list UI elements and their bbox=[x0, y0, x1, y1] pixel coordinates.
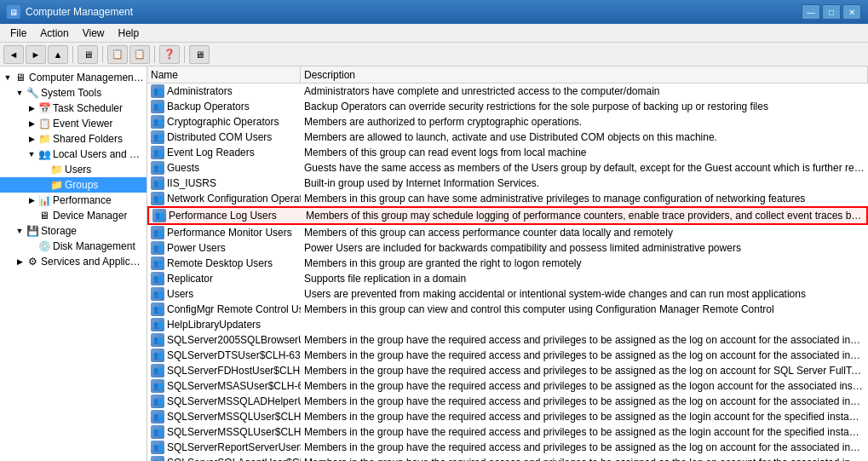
cell-desc-2: Members are authorized to perform crypto… bbox=[301, 115, 868, 129]
toolbar-separator4 bbox=[184, 46, 185, 63]
tree-icon-task-scheduler: 📅 bbox=[37, 101, 51, 115]
table-row[interactable]: 👥Remote Desktop UsersMembers in this gro… bbox=[147, 256, 868, 271]
cell-name-1: 👥Backup Operators bbox=[147, 99, 301, 114]
window-controls[interactable]: — □ ✕ bbox=[802, 4, 861, 20]
tree-expand-services-apps[interactable]: ▶ bbox=[14, 256, 26, 268]
tree-icon-shared-folders: 📁 bbox=[37, 132, 51, 146]
tree-expand-performance[interactable]: ▶ bbox=[26, 194, 37, 206]
tree-item-system-tools[interactable]: ▼🔧System Tools bbox=[0, 85, 147, 101]
group-icon-20: 👥 bbox=[151, 395, 164, 408]
table-row[interactable]: 👥Performance Log UsersMembers of this gr… bbox=[147, 206, 868, 225]
cell-name-5: 👥Guests bbox=[147, 160, 301, 176]
cell-desc-6: Built-in group used by Internet Informat… bbox=[301, 176, 868, 190]
tree-label-groups: Groups bbox=[65, 179, 98, 191]
show-hide-button[interactable]: 🖥 bbox=[78, 45, 98, 64]
tree-label-disk-mgmt: Disk Management bbox=[53, 240, 135, 252]
group-icon-5: 👥 bbox=[151, 161, 164, 175]
tree-icon-system-tools: 🔧 bbox=[26, 86, 39, 100]
minimize-button[interactable]: — bbox=[802, 4, 820, 20]
col-header-description[interactable]: Description bbox=[301, 66, 868, 83]
back-button[interactable]: ◄ bbox=[3, 45, 24, 64]
tree-item-event-viewer[interactable]: ▶📋Event Viewer bbox=[0, 116, 147, 131]
table-row[interactable]: 👥AdministratorsAdministrators have compl… bbox=[147, 84, 868, 99]
tree-item-disk-mgmt[interactable]: 💿Disk Management bbox=[0, 239, 147, 254]
export-button[interactable]: 🖥 bbox=[189, 45, 210, 64]
tree-item-users[interactable]: 📁Users bbox=[0, 162, 147, 177]
app-icon: 🖥 bbox=[7, 5, 20, 19]
tree-label-local-users: Local Users and Groups bbox=[53, 148, 145, 160]
menu-help[interactable]: Help bbox=[112, 26, 147, 41]
table-row[interactable]: 👥Event Log ReadersMembers of this group … bbox=[147, 145, 868, 160]
group-icon-0: 👥 bbox=[151, 84, 164, 98]
table-row[interactable]: 👥SQLServerMSASUser$CLH-6304SM...Members … bbox=[147, 378, 868, 394]
table-row[interactable]: 👥UsersUsers are prevented from making ac… bbox=[147, 286, 868, 302]
tree-expand-event-viewer[interactable]: ▶ bbox=[26, 118, 37, 130]
tree-expand-shared-folders[interactable]: ▶ bbox=[26, 133, 37, 145]
menu-action[interactable]: Action bbox=[33, 26, 75, 41]
cell-desc-4: Members of this group can read event log… bbox=[301, 146, 868, 159]
menu-view[interactable]: View bbox=[76, 26, 112, 41]
tree-item-storage[interactable]: ▼💾Storage bbox=[0, 223, 147, 239]
group-icon-11: 👥 bbox=[151, 256, 164, 270]
table-row[interactable]: 👥ConfigMgr Remote Control UsersMembers i… bbox=[147, 302, 868, 317]
up-button[interactable]: ▲ bbox=[48, 45, 68, 64]
tree-item-local-users[interactable]: ▼👥Local Users and Groups bbox=[0, 147, 147, 162]
tree-expand-task-scheduler[interactable]: ▶ bbox=[26, 102, 37, 114]
table-row[interactable]: 👥Backup OperatorsBackup Operators can ov… bbox=[147, 99, 868, 114]
menu-file[interactable]: File bbox=[3, 26, 33, 41]
tree-item-groups[interactable]: 📁Groups bbox=[0, 177, 147, 193]
maximize-button[interactable]: □ bbox=[822, 4, 841, 20]
table-row[interactable]: 👥SQLServerSQLAgentUser$CLH-630...Members… bbox=[147, 455, 868, 461]
cell-name-2: 👥Cryptographic Operators bbox=[147, 114, 301, 130]
table-row[interactable]: 👥Power UsersPower Users are included for… bbox=[147, 240, 868, 256]
tree-expand-computer-mgmt[interactable]: ▼ bbox=[2, 72, 14, 84]
table-row[interactable]: 👥SQLServerReportServerUser$CLH-6...Membe… bbox=[147, 440, 868, 455]
tree-label-services-apps: Services and Applications bbox=[41, 256, 145, 268]
tree-expand-local-users[interactable]: ▼ bbox=[26, 148, 37, 160]
cell-desc-0: Administrators have complete and unrestr… bbox=[301, 84, 868, 98]
col-header-name[interactable]: Name bbox=[147, 66, 301, 83]
cell-name-23: 👥SQLServerReportServerUser$CLH-6... bbox=[147, 440, 301, 455]
table-row[interactable]: 👥SQLServerMSSQLUser$CLH-6304S...Members … bbox=[147, 409, 868, 424]
tree-item-computer-mgmt[interactable]: ▼🖥Computer Management (Local bbox=[0, 70, 147, 85]
forward-button[interactable]: ► bbox=[26, 45, 46, 64]
cell-name-3: 👥Distributed COM Users bbox=[147, 130, 301, 145]
group-icon-3: 👥 bbox=[151, 130, 164, 144]
tree-expand-storage[interactable]: ▼ bbox=[14, 225, 26, 237]
menu-bar: File Action View Help bbox=[0, 24, 868, 43]
tree-item-shared-folders[interactable]: ▶📁Shared Folders bbox=[0, 131, 147, 147]
table-row[interactable]: 👥ReplicatorSupports file replication in … bbox=[147, 271, 868, 286]
title-text: Computer Management bbox=[26, 6, 802, 18]
table-row[interactable]: 👥SQLServerMSSQLADHelperU...Members in th… bbox=[147, 394, 868, 409]
left-panel: ▼🖥Computer Management (Local▼🔧System Too… bbox=[0, 66, 147, 461]
table-row[interactable]: 👥IIS_IUSRSBuilt-in group used by Interne… bbox=[147, 176, 868, 191]
table-row[interactable]: 👥SQLServer2005SQLBrowserUser$CL...Member… bbox=[147, 332, 868, 348]
help-button[interactable]: ❓ bbox=[159, 45, 180, 64]
group-icon-14: 👥 bbox=[151, 303, 164, 316]
cell-name-14: 👥ConfigMgr Remote Control Users bbox=[147, 302, 301, 317]
table-row[interactable]: 👥SQLServerFDHostUser$CLH-6304S...Members… bbox=[147, 363, 868, 378]
tree-item-services-apps[interactable]: ▶⚙Services and Applications bbox=[0, 254, 147, 269]
group-icon-21: 👥 bbox=[151, 410, 164, 424]
tree-item-task-scheduler[interactable]: ▶📅Task Scheduler bbox=[0, 101, 147, 116]
tree-item-performance[interactable]: ▶📊Performance bbox=[0, 193, 147, 208]
table-row[interactable]: 👥Cryptographic OperatorsMembers are auth… bbox=[147, 114, 868, 130]
close-button[interactable]: ✕ bbox=[842, 4, 861, 20]
table-row[interactable]: 👥SQLServerMSSQLUser$CLH-6304SS...Members… bbox=[147, 424, 868, 440]
table-row[interactable]: 👥Distributed COM UsersMembers are allowe… bbox=[147, 130, 868, 145]
table-row[interactable]: 👥SQLServerDTSUser$CLH-6304Members in the… bbox=[147, 348, 868, 363]
group-icon-13: 👥 bbox=[151, 287, 164, 301]
tree-icon-users: 📁 bbox=[49, 163, 63, 176]
tree-item-device-manager[interactable]: 🖥Device Manager bbox=[0, 208, 147, 223]
tree-expand-system-tools[interactable]: ▼ bbox=[14, 87, 26, 99]
properties-button[interactable]: 📋 bbox=[107, 45, 128, 64]
new-button[interactable]: 📋 bbox=[129, 45, 150, 64]
title-bar: 🖥 Computer Management — □ ✕ bbox=[0, 0, 868, 24]
table-row[interactable]: 👥GuestsGuests have the same access as me… bbox=[147, 160, 868, 176]
cell-name-22: 👥SQLServerMSSQLUser$CLH-6304SS... bbox=[147, 424, 301, 440]
tree-expand-device-manager bbox=[26, 210, 37, 222]
table-row[interactable]: 👥Performance Monitor UsersMembers of thi… bbox=[147, 225, 868, 240]
cell-desc-21: Members in the group have the required a… bbox=[301, 410, 868, 424]
table-row[interactable]: 👥Network Configuration Operato...Members… bbox=[147, 191, 868, 206]
table-row[interactable]: 👥HelpLibraryUpdaters bbox=[147, 317, 868, 332]
